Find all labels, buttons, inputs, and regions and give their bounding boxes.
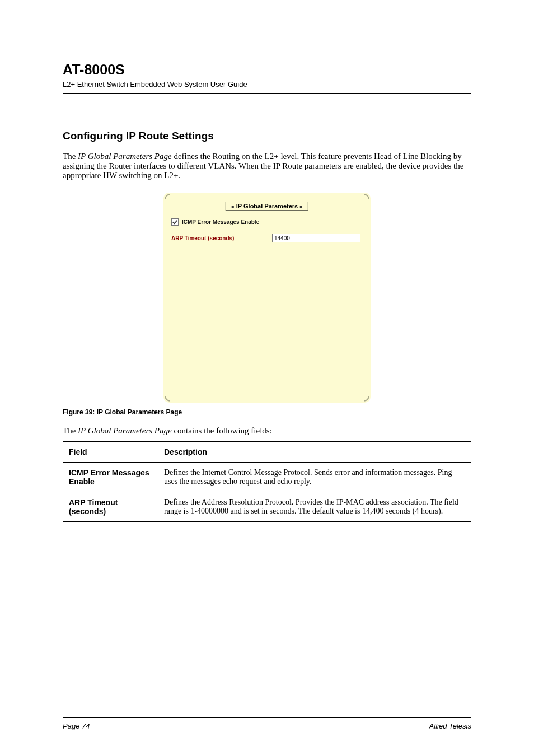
title-dot-icon (232, 206, 234, 208)
icmp-checkbox[interactable] (171, 218, 179, 226)
arp-row: ARP Timeout (seconds) (171, 234, 363, 242)
table-header-row: Field Description (63, 442, 471, 463)
panel-corner (165, 396, 170, 402)
lead-in: The IP Global Parameters Page contains t… (63, 426, 471, 436)
section-rule (63, 147, 471, 147)
lead-in-link: IP Global Parameters Page (78, 426, 172, 435)
panel-title: IP Global Parameters (226, 202, 308, 211)
params-table: Field Description ICMP Error Messages En… (63, 441, 471, 522)
param-desc: Defines the Internet Control Message Pro… (158, 463, 471, 492)
param-name: ARP Timeout (seconds) (63, 492, 158, 522)
doc-subtitle: L2+ Ethernet Switch Embedded Web System … (63, 80, 471, 88)
table-row: ICMP Error Messages Enable Defines the I… (63, 463, 471, 492)
section-title: Configuring IP Route Settings (63, 130, 471, 142)
config-panel: IP Global Parameters ICMP Error Messages… (163, 193, 371, 403)
doc-model: AT-8000S (63, 62, 471, 78)
param-name: ICMP Error Messages Enable (63, 463, 158, 492)
lead-in-rest: contains the following fields: (172, 426, 272, 435)
th-field: Field (63, 442, 158, 463)
panel-corner (165, 194, 170, 199)
panel-corner (364, 396, 369, 402)
lead-in-prefix: The (63, 426, 78, 435)
intro-link: IP Global Parameters Page (78, 152, 172, 161)
icmp-checkbox-label: ICMP Error Messages Enable (182, 219, 259, 225)
check-icon (172, 219, 178, 225)
icmp-row: ICMP Error Messages Enable (171, 218, 363, 226)
footer-company: Allied Telesis (429, 722, 471, 730)
intro-prefix: The (63, 152, 78, 161)
figure-caption: Figure 39: IP Global Parameters Page (63, 408, 471, 416)
panel-title-text: IP Global Parameters (236, 203, 298, 209)
param-desc: Defines the Address Resolution Protocol.… (158, 492, 471, 522)
arp-timeout-input[interactable] (272, 234, 360, 242)
table-row: ARP Timeout (seconds) Defines the Addres… (63, 492, 471, 522)
footer-page: Page 74 (63, 722, 90, 730)
title-dot-icon (300, 206, 302, 208)
header-rule (63, 93, 471, 94)
arp-timeout-label: ARP Timeout (seconds) (171, 235, 272, 241)
panel-corner (364, 194, 369, 199)
footer-rule (63, 717, 471, 718)
th-desc: Description (158, 442, 471, 463)
page-footer: Page 74 Allied Telesis (63, 717, 471, 730)
intro-paragraph: The IP Global Parameters Page defines th… (63, 152, 471, 180)
